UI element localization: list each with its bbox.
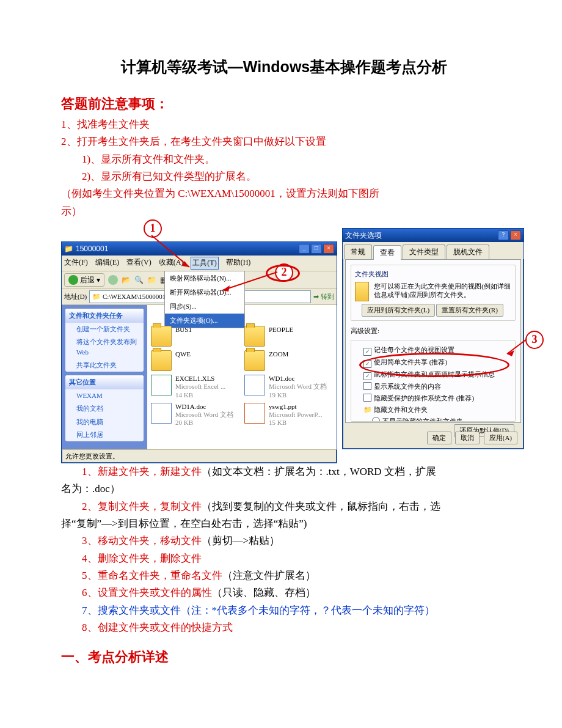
- folder-icon: [244, 350, 265, 371]
- menu-item[interactable]: 同步(S)...: [165, 300, 244, 314]
- folder-icon: 📁: [64, 243, 73, 255]
- sidebar-other-wexam[interactable]: WEXAM: [65, 389, 144, 402]
- sidebar-task-share[interactable]: 共享此文件夹: [65, 359, 144, 372]
- xls-icon: [151, 375, 172, 395]
- apply-button[interactable]: 应用(A): [484, 432, 517, 444]
- go-button[interactable]: ➡ 转到: [313, 292, 334, 302]
- reset-all-button[interactable]: 重置所有文件夹(R): [436, 304, 503, 317]
- file-item[interactable]: WD1A.docMicrosoft Word 文档20 KB: [151, 403, 239, 427]
- up-button[interactable]: 📂: [122, 274, 131, 286]
- back-button[interactable]: 后退▾: [64, 273, 104, 287]
- ov-2: 2、复制文件夹，复制文件（找到要复制的文件夹或文件，鼠标指向，右击，选: [61, 499, 507, 515]
- back-icon: [68, 275, 78, 285]
- arrow-3: [505, 339, 529, 358]
- tab-body: 文件夹视图 您可以将正在为此文件夹使用的视图(例如详细信息或平铺)应用到所有文件…: [345, 259, 521, 423]
- screenshot-figure: 📁15000001 _ □ × 文件(F) 编辑(E) 查看(V) 收藏(A) …: [61, 228, 507, 430]
- advanced-tree[interactable]: ✓记住每个文件夹的视图设置 ✓使用简单文件共享 (推荐) ✓鼠标指向文件夹和桌面…: [351, 340, 516, 422]
- highlight-ring-2: [266, 265, 300, 282]
- file-item[interactable]: QWE: [151, 350, 239, 371]
- ov-5: 5、重命名文件夹，重命名文件（注意文件扩展名）: [61, 568, 507, 584]
- sidebar-other-mypc[interactable]: 我的电脑: [65, 416, 144, 428]
- folder-icon: [355, 282, 369, 301]
- heading-detail: 一、考点分析详述: [61, 647, 507, 667]
- close-button[interactable]: ×: [323, 244, 334, 254]
- svg-line-0: [151, 235, 189, 267]
- tree-item[interactable]: 不显示隐藏的文件和文件夹: [355, 416, 511, 422]
- maximize-button[interactable]: □: [311, 244, 322, 254]
- ov-6: 6、设置文件夹或文件的属性（只读、隐藏、存档）: [61, 585, 507, 601]
- pre-line-2b: 2)、显示所有已知文件类型的扩展名。: [61, 169, 507, 185]
- file-item[interactable]: yswg1.pptMicrosoft PowerP...15 KB: [244, 403, 333, 427]
- pre-line-2: 2、打开考生文件夹后，在考生文件夹窗口中做好以下设置: [61, 134, 507, 150]
- menu-item-folderoptions[interactable]: 文件夹选项(O)...: [165, 314, 244, 328]
- pre-line-2a: 1)、显示所有文件和文件夹。: [61, 152, 507, 167]
- sidebar-task-new[interactable]: 创建一个新文件夹: [65, 323, 144, 336]
- dialog-titlebar: 文件夹选项 ? ×: [343, 229, 524, 242]
- file-item[interactable]: EXCEL1.XLSMicrosoft Excel ...14 KB: [151, 375, 239, 399]
- file-pane[interactable]: 映射网络驱动器(N)... 断开网络驱动器(D)... 同步(S)... 文件夹…: [147, 305, 337, 449]
- sidebar-other-net[interactable]: 网上邻居: [65, 428, 144, 441]
- file-item[interactable]: ZOOM: [244, 350, 333, 371]
- sidebar-tasks-header[interactable]: 文件和文件夹任务: [65, 309, 144, 323]
- arrow-1: [151, 235, 206, 272]
- sidebar: 文件和文件夹任务 创建一个新文件夹 将这个文件夹发布到 Web 共享此文件夹 其…: [62, 305, 147, 449]
- sidebar-task-publish[interactable]: 将这个文件夹发布到 Web: [65, 336, 144, 359]
- tab-view[interactable]: 查看: [373, 245, 401, 260]
- group-title: 文件夹视图: [355, 269, 511, 279]
- tab-offline[interactable]: 脱机文件: [447, 245, 489, 259]
- menu-edit[interactable]: 编辑(E): [95, 257, 119, 270]
- tree-item[interactable]: 隐藏受保护的操作系统文件 (推荐): [355, 392, 511, 404]
- ppt-icon: [244, 403, 265, 424]
- adv-label: 高级设置:: [351, 326, 516, 336]
- folder-icon: [151, 326, 172, 347]
- menu-help[interactable]: 帮助(H): [226, 257, 251, 270]
- menu-view[interactable]: 查看(V): [126, 257, 151, 270]
- window-title: 15000001: [76, 243, 108, 255]
- forward-button[interactable]: [108, 275, 118, 285]
- file-item[interactable]: PEOPLE: [244, 326, 333, 347]
- addr-text: C:\WEXAM\15000001: [103, 293, 166, 300]
- sidebar-other-header[interactable]: 其它位置: [65, 375, 144, 389]
- ov-8: 8、创建文件夹或文件的快捷方式: [61, 620, 507, 636]
- folder-icon: [244, 326, 265, 347]
- tabstrip: 常规 查看 文件类型 脱机文件: [343, 242, 524, 259]
- back-label: 后退: [80, 274, 95, 286]
- search-button[interactable]: 🔍: [134, 274, 144, 286]
- file-item[interactable]: WD1.docMicrosoft Word 文档19 KB: [244, 375, 333, 399]
- menu-file[interactable]: 文件(F): [64, 257, 88, 270]
- group-text: 您可以将正在为此文件夹使用的视图(例如详细信息或平铺)应用到所有文件夹。: [374, 282, 511, 300]
- ov-3: 3、移动文件夹，移动文件（剪切—>粘贴）: [61, 533, 507, 549]
- pre-line-3b: 示）: [61, 204, 507, 219]
- sidebar-other-mydocs[interactable]: 我的文档: [65, 402, 144, 415]
- doc-icon: [244, 375, 265, 395]
- file-item[interactable]: BUS1: [151, 326, 239, 347]
- tab-filetypes[interactable]: 文件类型: [403, 245, 445, 259]
- folder-options-dialog: 文件夹选项 ? × 常规 查看 文件类型 脱机文件 文件夹视图 您可以将正在为此…: [342, 228, 524, 449]
- tree-header: 📁 隐藏文件和文件夹: [355, 404, 511, 416]
- folders-button[interactable]: 📁: [147, 274, 156, 286]
- svg-marker-3: [222, 285, 230, 292]
- page-title: 计算机等级考试—Windows基本操作题考点分析: [61, 55, 507, 79]
- help-button[interactable]: ?: [498, 230, 509, 240]
- dialog-title: 文件夹选项: [345, 230, 382, 241]
- ov-4: 4、删除文件夹，删除文件: [61, 551, 507, 567]
- minimize-button[interactable]: _: [299, 244, 310, 254]
- dropdown-icon: ▾: [97, 274, 100, 286]
- statusbar: 允许您更改设置。: [62, 449, 337, 463]
- ov-2b: 择“复制”—>到目标位置，在空白处右击，选择“粘贴”): [61, 516, 507, 532]
- svg-line-4: [507, 339, 527, 354]
- pre-line-3a: （例如考生文件夹位置为 C:\WEXAM\15000001，设置方法则如下图所: [61, 186, 507, 202]
- ov-7: 7、搜索文件夹或文件（注：*代表多个未知的字符，？代表一个未知的字符）: [61, 603, 507, 619]
- highlight-ring-3: [359, 353, 509, 377]
- tab-general[interactable]: 常规: [344, 245, 372, 259]
- ok-button[interactable]: 确定: [427, 432, 451, 444]
- cancel-button[interactable]: 取消: [455, 432, 480, 444]
- doc-icon: [151, 403, 172, 424]
- tree-item[interactable]: 显示系统文件夹的内容: [355, 381, 511, 392]
- pre-line-1: 1、找准考生文件夹: [61, 117, 507, 133]
- folder-icon: [151, 350, 172, 371]
- apply-all-button[interactable]: 应用到所有文件夹(L): [362, 304, 435, 317]
- dialog-close-button[interactable]: ×: [510, 230, 521, 240]
- ov-1: 1、新建文件夹，新建文件（如文本文档：扩展名为：.txt，WORD 文档，扩展: [61, 464, 507, 480]
- addr-label: 地址(D): [64, 292, 87, 302]
